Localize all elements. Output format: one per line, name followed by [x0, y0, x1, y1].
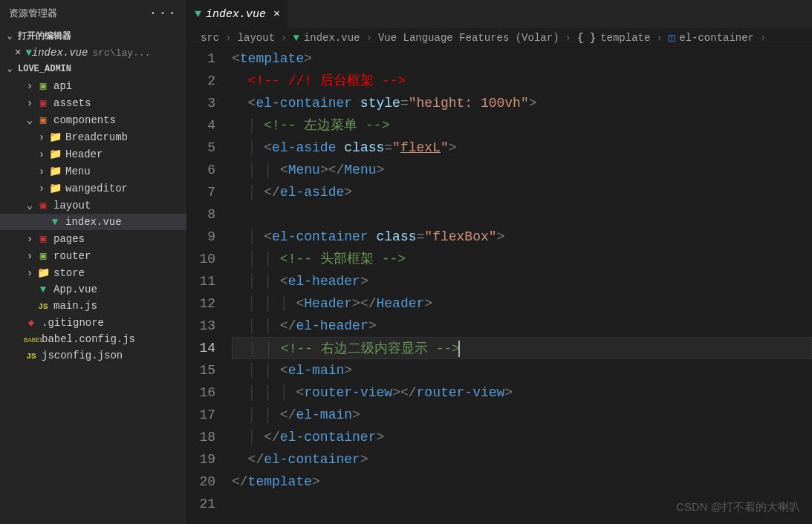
code-area[interactable]: <template> <!-- //! 后台框架 --> <el-contain…: [232, 48, 812, 524]
git-icon: ◆: [24, 316, 39, 329]
chevron-right-icon: ›: [565, 32, 571, 44]
code-line: │ <el-container class="flexBox">: [232, 226, 812, 248]
code-line: │ │ <Menu></Menu>: [232, 159, 812, 181]
folder-item[interactable]: ›📁Header: [0, 145, 186, 163]
file-item[interactable]: JSjsconfig.json: [0, 347, 186, 364]
code-line: [232, 203, 812, 226]
breadcrumb[interactable]: src › layout › ▼ index.vue › Vue Languag…: [187, 28, 812, 48]
line-number: 2: [187, 70, 215, 92]
folder-icon: 📁: [48, 148, 62, 160]
line-number: 10: [187, 248, 215, 270]
folder-icon: 📁: [48, 182, 62, 194]
bc-volar[interactable]: Vue Language Features (Volar): [378, 32, 559, 44]
line-number: 12: [187, 292, 215, 315]
js-icon: JS: [36, 300, 51, 312]
tree-item-label: api: [53, 80, 72, 92]
bc-src[interactable]: src: [201, 32, 219, 44]
tree-item-label: Menu: [65, 166, 91, 177]
tree-item-label: index.vue: [65, 216, 122, 228]
file-item[interactable]: ▼App.vue: [0, 281, 186, 298]
vue-icon: ▼: [195, 8, 201, 21]
chevron-icon: ›: [24, 267, 36, 279]
folder-item[interactable]: ›📁Menu: [0, 163, 186, 180]
folder-item[interactable]: ›▣api: [0, 77, 186, 94]
folder-item[interactable]: ⌄▣components: [0, 111, 186, 128]
folder-icon: 📁: [36, 266, 51, 279]
bc-template[interactable]: template: [600, 32, 650, 44]
line-number: 5: [187, 137, 215, 159]
line-number: 15: [187, 359, 215, 381]
line-number: 4: [187, 114, 215, 137]
line-number: 16: [187, 381, 215, 404]
bc-el-container[interactable]: el-container: [679, 32, 754, 44]
open-editor-path: src\lay...: [92, 48, 150, 59]
line-gutter: 123456789101112131415161718192021: [187, 48, 232, 524]
line-number: 3: [187, 92, 215, 114]
code-line: </template>: [232, 471, 812, 493]
code-line: <el-container style="height: 100vh">: [232, 92, 812, 114]
tree-item-label: store: [53, 267, 85, 279]
chevron-icon: ›: [36, 148, 48, 160]
vue-icon: ▼: [48, 216, 62, 228]
folder-item[interactable]: ⌄▣layout: [0, 197, 186, 214]
folder-item[interactable]: ›📁store: [0, 264, 186, 281]
bc-file[interactable]: index.vue: [304, 32, 360, 44]
folder-red-icon: ▣: [36, 232, 51, 245]
code-line: │ </el-container>: [232, 426, 812, 448]
folder-item[interactable]: ›▣pages: [0, 230, 186, 247]
tree-item-label: Header: [65, 148, 103, 160]
folder-red-icon: ▣: [36, 199, 51, 212]
open-editors-header[interactable]: ⌄ 打开的编辑器: [0, 27, 186, 45]
tab-index-vue[interactable]: ▼ index.vue ×: [187, 0, 288, 28]
close-icon[interactable]: ×: [273, 8, 280, 21]
line-number: 1: [187, 48, 215, 70]
explorer-header: 资源管理器 ···: [0, 0, 186, 27]
file-item[interactable]: ▼index.vue: [0, 214, 186, 230]
line-number: 19: [187, 448, 215, 471]
line-number: 9: [187, 226, 215, 248]
chevron-icon: ⌄: [24, 114, 36, 126]
braces-icon: { }: [577, 32, 596, 44]
code-editor[interactable]: 123456789101112131415161718192021 <templ…: [187, 48, 812, 524]
folder-item[interactable]: ›▣assets: [0, 94, 186, 111]
project-header[interactable]: ⌄ LOVE_ADMIN: [0, 60, 186, 77]
vue-icon: ▼: [36, 284, 51, 295]
close-icon[interactable]: ×: [15, 47, 21, 59]
folder-green-icon: ▣: [36, 249, 51, 262]
more-icon[interactable]: ···: [149, 6, 178, 21]
tree-item-label: layout: [53, 200, 91, 212]
folder-item[interactable]: ›📁Breadcrumb: [0, 128, 186, 145]
code-line: </el-container>: [232, 448, 812, 471]
file-item[interactable]: BABELbabel.config.js: [0, 331, 186, 347]
line-number: 11: [187, 270, 215, 292]
code-line: <!-- //! 后台框架 -->: [232, 70, 812, 92]
tree-item-label: main.js: [53, 300, 97, 312]
vue-icon: ▼: [293, 32, 299, 44]
tab-label: index.vue: [206, 8, 266, 21]
code-line: │ </el-aside>: [232, 181, 812, 203]
bc-layout[interactable]: layout: [238, 32, 275, 44]
open-editors-label: 打开的编辑器: [18, 30, 71, 42]
code-line: <template>: [232, 48, 812, 70]
open-editor-item[interactable]: × ▼ index.vue src\lay...: [0, 45, 186, 60]
chevron-icon: ›: [24, 233, 36, 245]
line-number: 17: [187, 404, 215, 426]
folder-item[interactable]: ›📁wangeditor: [0, 180, 186, 197]
tree-item-label: pages: [53, 233, 85, 245]
folder-item[interactable]: ›▣router: [0, 247, 186, 264]
line-number: 7: [187, 181, 215, 203]
code-line: │ │ │ <router-view></router-view>: [232, 381, 812, 404]
line-number: 8: [187, 203, 215, 226]
sidebar: 资源管理器 ··· ⌄ 打开的编辑器 × ▼ index.vue src\lay…: [0, 0, 187, 524]
file-item[interactable]: ◆.gitignore: [0, 314, 186, 331]
code-line: │ <el-aside class="flexL">: [232, 137, 812, 159]
open-editor-filename: index.vue: [32, 47, 88, 59]
chevron-icon: ›: [24, 97, 36, 109]
tree-item-label: assets: [53, 97, 91, 109]
code-line: │ │ <el-header>: [232, 270, 812, 292]
editor-main: ▼ index.vue × src › layout › ▼ index.vue…: [187, 0, 812, 524]
tree-item-label: App.vue: [53, 284, 97, 295]
file-tree: ›▣api›▣assets⌄▣components›📁Breadcrumb›📁H…: [0, 77, 186, 524]
file-item[interactable]: JSmain.js: [0, 298, 186, 314]
chevron-icon: ›: [24, 250, 36, 262]
